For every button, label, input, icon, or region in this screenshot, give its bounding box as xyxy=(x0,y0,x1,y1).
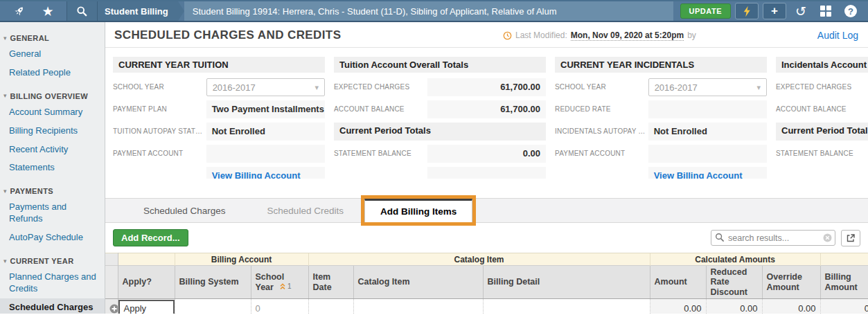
field-value: View Billing Account xyxy=(206,167,325,179)
rocket-icon[interactable] xyxy=(6,1,32,21)
sidebar-item-recent-activity[interactable]: Recent Activity xyxy=(0,141,105,159)
breadcrumb: Student Billing 19914: Herrera, Chris - … xyxy=(184,1,673,21)
help-icon[interactable]: ? xyxy=(840,2,861,20)
panel-field-row xyxy=(334,167,546,179)
field-value xyxy=(648,100,767,118)
cell-billing-detail xyxy=(483,299,650,314)
clock-icon xyxy=(503,31,512,40)
sort-order-number: 1 xyxy=(287,282,292,291)
field-label: REDUCED RATE xyxy=(555,100,648,118)
tab-add-billing-items[interactable]: Add Billing Items xyxy=(364,199,472,222)
column-label: Billing Detail xyxy=(488,277,540,287)
sidebar-item-account-summary[interactable]: Account Summary xyxy=(0,103,105,122)
sidebar-section-label: GENERAL xyxy=(10,34,50,42)
panel-title: Tuition Account Overall Totals xyxy=(334,57,546,73)
sidebar-section-header-general[interactable]: ▾GENERAL xyxy=(0,31,105,45)
field-label: EXPECTED CHARGES xyxy=(776,78,868,96)
column-header-catalog-item[interactable]: Catalog Item xyxy=(353,266,483,299)
school-year-select[interactable]: 2016-2017▾ xyxy=(648,78,767,96)
sidebar-section-billing-overview: ▾BILLING OVERVIEWAccount SummaryBilling … xyxy=(0,89,105,178)
column-header-apply[interactable]: Apply? xyxy=(118,266,175,299)
panel-field-row: STATEMENT BALANCE xyxy=(776,145,868,163)
breadcrumb-arrow-icon xyxy=(178,1,184,21)
search-results-box xyxy=(711,230,835,246)
external-link-icon[interactable] xyxy=(841,230,860,246)
panel-title: CURRENT YEAR TUITION xyxy=(113,57,325,73)
field-label: STATEMENT BALANCE xyxy=(334,145,427,163)
group-header-blank xyxy=(820,253,868,266)
audit-log-link[interactable]: Audit Log xyxy=(817,30,858,41)
sidebar-section-header-payments[interactable]: ▾PAYMENTS xyxy=(0,184,105,198)
add-record-button[interactable]: Add Record... xyxy=(113,229,188,246)
sidebar-item-planned-charges-and-credits[interactable]: Planned Charges and Credits xyxy=(0,268,105,298)
column-label: Catalog Item xyxy=(358,277,410,287)
sidebar-item-payments-and-refunds[interactable]: Payments and Refunds xyxy=(0,198,105,228)
sidebar-item-billing-recipients[interactable]: Billing Recipients xyxy=(0,122,105,141)
collapse-triangle-icon: ▾ xyxy=(3,188,7,195)
table-row: Apply00.000.000.000.00 xyxy=(105,299,868,314)
apply-cell-editor[interactable]: Apply xyxy=(118,300,175,314)
view-billing-account-link[interactable]: View Billing Account xyxy=(654,170,743,179)
clear-icon[interactable] xyxy=(823,233,832,242)
cell-catalog-item xyxy=(353,299,483,314)
panel-field-row: PAYMENT ACCOUNT xyxy=(113,145,325,163)
panel-incidentals-account-overall-totals: Incidentals Account Overall TotalsEXPECT… xyxy=(776,57,868,179)
lightning-icon[interactable] xyxy=(735,3,759,19)
panel-current-year-tuition: CURRENT YEAR TUITIONSCHOOL YEAR2016-2017… xyxy=(113,57,325,179)
column-header-school-year[interactable]: School Year1 xyxy=(251,266,308,299)
panel-field-row: ACCOUNT BALANCE xyxy=(776,100,868,118)
column-header-override-amount[interactable]: Override Amount xyxy=(762,266,820,299)
sidebar-section-label: PAYMENTS xyxy=(10,187,54,195)
sidebar-item-autopay-schedule[interactable]: AutoPay Schedule xyxy=(0,228,105,247)
sidebar-section-header-billing-overview[interactable]: ▾BILLING OVERVIEW xyxy=(0,89,105,103)
sidebar-section-general: ▾GENERALGeneralRelated People xyxy=(0,31,105,82)
tab-scheduled-credits[interactable]: Scheduled Credits xyxy=(247,199,364,222)
sidebar: ▾GENERALGeneralRelated People▾BILLING OV… xyxy=(0,22,105,314)
view-billing-account-link[interactable]: View Billing Account xyxy=(212,170,301,179)
chevron-down-icon: ▾ xyxy=(756,83,761,92)
column-header-billing-system[interactable]: Billing System xyxy=(175,266,251,299)
column-header-reduced-rate-discount[interactable]: Reduced Rate Discount xyxy=(706,266,762,299)
magnifier-icon xyxy=(715,233,725,242)
tab-strip: Scheduled ChargesScheduled CreditsAdd Bi… xyxy=(105,198,868,223)
field-value: View Billing Account xyxy=(648,167,767,179)
panel-subheader: Current Period Totals xyxy=(334,123,546,141)
sidebar-item-scheduled-charges-and-credits[interactable]: Scheduled Charges and Credits xyxy=(0,298,105,314)
star-icon[interactable]: ★ xyxy=(35,1,61,21)
search-icon[interactable] xyxy=(67,1,97,21)
field-value: 61,700.00 xyxy=(427,100,546,118)
sidebar-item-statements[interactable]: Statements xyxy=(0,159,105,177)
column-header-amount[interactable]: Amount xyxy=(650,266,706,299)
panel-field-row: Current Period Totals xyxy=(334,123,546,141)
panel-field-row: SCHOOL YEAR2016-2017▾ xyxy=(113,78,325,96)
column-header-item-date[interactable]: Item Date xyxy=(308,266,353,299)
page-header: SCHEDULED CHARGES AND CREDITS Last Modif… xyxy=(105,22,868,48)
sidebar-item-general[interactable]: General xyxy=(0,45,105,64)
topbar-left: ★ xyxy=(0,1,67,21)
top-bar: ★ Student Billing Student Billing 19914:… xyxy=(0,0,868,22)
cell-reduced-rate-discount: 0.00 xyxy=(706,299,762,314)
plus-icon[interactable]: + xyxy=(763,3,786,19)
sidebar-item-related-people[interactable]: Related People xyxy=(0,64,105,82)
tab-scheduled-charges[interactable]: Scheduled Charges xyxy=(123,199,247,222)
school-year-select[interactable]: 2016-2017▾ xyxy=(206,78,325,96)
cell-billing-system xyxy=(175,299,251,314)
sort-ascending-icon: 1 xyxy=(279,282,292,291)
sidebar-section-header-current-year[interactable]: ▾CURRENT YEAR xyxy=(0,254,105,268)
field-label: EXPECTED CHARGES xyxy=(334,78,427,96)
module-tab[interactable]: Student Billing xyxy=(97,1,178,21)
page-title: SCHEDULED CHARGES AND CREDITS xyxy=(114,28,341,42)
search-input[interactable] xyxy=(711,230,835,246)
panel-title: Incidentals Account Overall Totals xyxy=(776,57,868,73)
column-header-billing-detail[interactable]: Billing Detail xyxy=(483,266,650,299)
sidebar-section-label: BILLING OVERVIEW xyxy=(10,92,89,100)
add-row-icon[interactable] xyxy=(105,299,118,314)
column-header-billing-amount[interactable]: Billing Amount xyxy=(820,266,868,299)
student-billing-page: ★ Student Billing Student Billing 19914:… xyxy=(0,0,868,315)
field-value: Two Payment Installments xyxy=(206,100,325,118)
update-button[interactable]: UPDATE xyxy=(680,3,731,19)
apps-grid-icon[interactable] xyxy=(815,2,836,20)
field-label: STATEMENT BALANCE xyxy=(776,145,868,163)
history-icon[interactable]: ↺ xyxy=(790,2,811,20)
panel-subheader: Current Period Totals xyxy=(776,123,868,141)
